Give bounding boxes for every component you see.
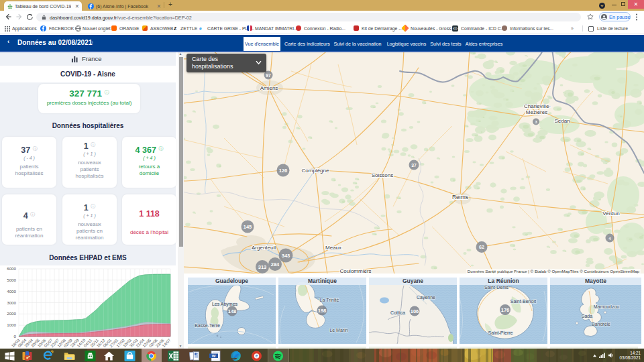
svg-text:106: 106 [411, 308, 419, 314]
svg-text:5000: 5000 [7, 278, 16, 282]
svg-text:Martinique: Martinique [308, 278, 337, 284]
svg-text:Soissons: Soissons [372, 172, 393, 178]
svg-text:La Réunion: La Réunion [488, 278, 519, 284]
svg-text:Mamoudzou: Mamoudzou [594, 304, 620, 309]
svg-text:62: 62 [479, 244, 484, 250]
svg-text:198: 198 [318, 308, 327, 314]
svg-text:Argenteuil: Argenteuil [252, 245, 276, 251]
svg-text:145: 145 [244, 224, 252, 230]
svg-text:313: 313 [258, 264, 267, 270]
svg-text:Basse-Terre: Basse-Terre [195, 323, 220, 328]
svg-text:97: 97 [266, 73, 271, 78]
svg-text:3000: 3000 [7, 300, 16, 305]
svg-text:Sada: Sada [582, 314, 592, 318]
svg-text:Sedan: Sedan [554, 118, 570, 124]
svg-text:3: 3 [535, 120, 537, 124]
svg-text:Verdun: Verdun [602, 210, 619, 217]
svg-text:176: 176 [501, 307, 510, 313]
svg-text:Amiens: Amiens [260, 85, 278, 91]
svg-text:37: 37 [411, 163, 417, 168]
svg-text:Cayenne: Cayenne [417, 295, 435, 300]
svg-text:Meaux: Meaux [325, 245, 341, 251]
svg-text:Cottica: Cottica [390, 310, 405, 315]
svg-text:e: e [256, 353, 258, 358]
svg-text:6000: 6000 [7, 266, 16, 271]
svg-text:W: W [212, 354, 216, 358]
svg-text:Mayotte: Mayotte [585, 278, 606, 284]
svg-text:0: 0 [14, 334, 17, 339]
svg-text:Mézières: Mézières [526, 109, 547, 115]
svg-text:148: 148 [228, 308, 237, 314]
svg-text:Le Marin: Le Marin [329, 328, 347, 333]
svg-text:Charleville-: Charleville- [524, 103, 551, 109]
svg-text:Reims: Reims [452, 194, 468, 200]
svg-text:2000: 2000 [7, 311, 16, 316]
svg-text:Guyane: Guyane [402, 278, 423, 284]
svg-text:4000: 4000 [7, 289, 16, 294]
svg-text:Les Abymes: Les Abymes [212, 302, 238, 307]
svg-text:Compiègne: Compiègne [302, 168, 329, 174]
svg-text:Guadeloupe: Guadeloupe [215, 278, 248, 284]
svg-text:1000: 1000 [7, 322, 16, 327]
svg-text:La Trinité: La Trinité [320, 298, 339, 302]
svg-text:Saint-Benoît: Saint-Benoît [511, 299, 537, 304]
svg-text:284: 284 [271, 261, 280, 267]
svg-text:Saint-Pierre: Saint-Pierre [488, 330, 513, 335]
svg-text:Bandrélé: Bandrélé [592, 322, 610, 326]
svg-text:Saint-Denis: Saint-Denis [484, 285, 509, 290]
svg-text:Coulommiers: Coulommiers [339, 268, 371, 274]
svg-text:126: 126 [279, 168, 288, 174]
svg-text:343: 343 [282, 253, 290, 259]
